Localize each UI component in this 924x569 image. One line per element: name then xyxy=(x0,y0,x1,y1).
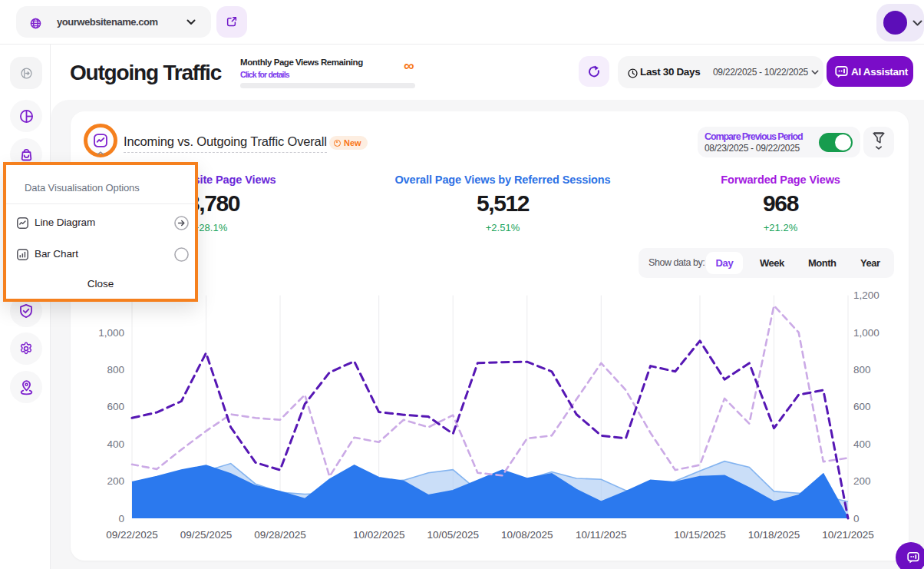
svg-text:400: 400 xyxy=(107,438,124,450)
svg-text:800: 800 xyxy=(853,364,871,375)
svg-text:600: 600 xyxy=(107,401,124,412)
svg-text:800: 800 xyxy=(107,364,124,375)
svg-text:200: 200 xyxy=(107,475,124,487)
svg-text:10/08/2025: 10/08/2025 xyxy=(501,529,553,541)
svg-text:200: 200 xyxy=(853,475,871,487)
svg-text:400: 400 xyxy=(853,438,871,450)
svg-text:09/22/2025: 09/22/2025 xyxy=(106,529,158,541)
svg-text:10/11/2025: 10/11/2025 xyxy=(576,529,627,541)
svg-text:1,200: 1,200 xyxy=(853,289,879,301)
svg-text:10/15/2025: 10/15/2025 xyxy=(674,529,726,541)
svg-text:09/28/2025: 09/28/2025 xyxy=(254,529,306,541)
svg-text:1,000: 1,000 xyxy=(98,327,124,339)
svg-text:1,000: 1,000 xyxy=(853,327,879,339)
svg-text:10/05/2025: 10/05/2025 xyxy=(427,529,479,541)
svg-text:10/21/2025: 10/21/2025 xyxy=(822,529,874,541)
svg-text:10/02/2025: 10/02/2025 xyxy=(353,529,405,541)
svg-text:600: 600 xyxy=(853,401,871,412)
svg-text:0: 0 xyxy=(118,513,124,524)
svg-text:09/25/2025: 09/25/2025 xyxy=(180,529,233,541)
svg-text:0: 0 xyxy=(853,513,860,524)
svg-text:10/18/2025: 10/18/2025 xyxy=(748,529,800,541)
